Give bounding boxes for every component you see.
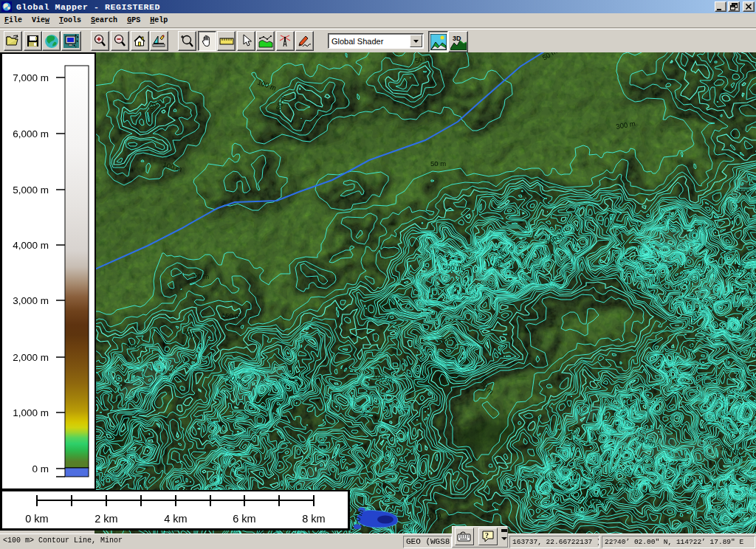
svg-text:200 m: 200 m [372, 371, 393, 384]
svg-text:100 m: 100 m [636, 435, 657, 449]
svg-text:400 m: 400 m [587, 494, 608, 505]
svg-text:7,000 m: 7,000 m [13, 72, 49, 83]
svg-text:50 m: 50 m [541, 52, 559, 62]
svg-text:30 m: 30 m [436, 333, 454, 346]
svg-text:8 km: 8 km [302, 513, 325, 525]
svg-text:300 m: 300 m [609, 479, 630, 491]
svg-text:6 km: 6 km [233, 513, 255, 525]
svg-text:0 m: 0 m [32, 463, 49, 474]
svg-text:150 m: 150 m [221, 311, 241, 320]
svg-text:4,000 m: 4,000 m [13, 240, 49, 251]
svg-text:2,000 m: 2,000 m [13, 352, 49, 363]
svg-text:1,000 m: 1,000 m [13, 407, 49, 418]
svg-text:50 m: 50 m [479, 379, 496, 396]
svg-text:100 m: 100 m [182, 327, 202, 345]
svg-text:550 m: 550 m [491, 250, 508, 271]
svg-text:?: ? [485, 531, 489, 539]
svg-text:100: 100 [736, 261, 748, 275]
svg-text:250 m: 250 m [222, 371, 244, 385]
svg-text:500 m: 500 m [443, 263, 462, 272]
svg-text:100 m: 100 m [256, 78, 278, 92]
svg-text:400: 400 [738, 187, 750, 195]
svg-text:400 m: 400 m [126, 340, 146, 351]
svg-text:0 km: 0 km [25, 513, 48, 525]
svg-text:3,000 m: 3,000 m [13, 295, 49, 306]
svg-text:4 km: 4 km [164, 513, 187, 525]
svg-text:50 m: 50 m [275, 94, 288, 111]
svg-text:2 km: 2 km [94, 513, 117, 525]
svg-text:50 m: 50 m [147, 95, 164, 111]
svg-text:50 m: 50 m [193, 272, 209, 280]
svg-text:50 m: 50 m [414, 53, 431, 65]
svg-text:100 m: 100 m [162, 160, 182, 173]
svg-text:50 m: 50 m [430, 159, 446, 168]
svg-text:6,000 m: 6,000 m [13, 128, 49, 139]
svg-text:50 m: 50 m [425, 510, 441, 521]
svg-text:400 m: 400 m [545, 230, 566, 247]
svg-text:100 m: 100 m [563, 423, 580, 443]
svg-text:300 m: 300 m [615, 120, 636, 131]
svg-text:5,000 m: 5,000 m [13, 184, 49, 196]
svg-text:150 m: 150 m [684, 334, 701, 355]
svg-text:0 m: 0 m [354, 508, 365, 522]
svg-text:200 m: 200 m [719, 443, 740, 455]
